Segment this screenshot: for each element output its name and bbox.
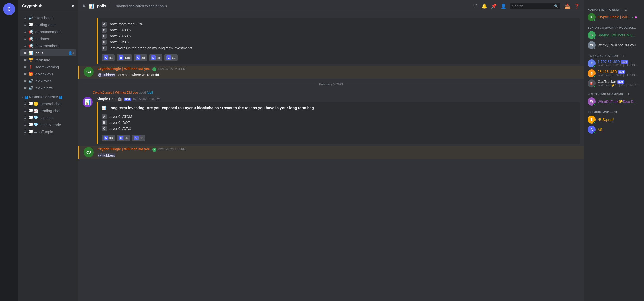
channel-hash-icon: #: [83, 3, 85, 9]
member-eth-price[interactable]: Ξ 1,797.87 USD BOT Watching +0.82 % | ET…: [586, 58, 642, 68]
channel-item-trading-apps[interactable]: # 💬 trading-apps: [20, 21, 76, 28]
divider-line-right: [347, 84, 580, 84]
status-online-as: [593, 131, 596, 134]
poll1-votes-row: A 41 B 135 C 58 D 45: [102, 54, 576, 61]
vote-badge-d[interactable]: D 45: [149, 54, 162, 61]
vote-letter-a: A: [104, 55, 108, 60]
channel-item-updates[interactable]: # 📢 updates: [20, 35, 76, 42]
poll2-title: 📊 Long term investing: Are you exposed t…: [102, 105, 576, 111]
channel-name: off-topic: [39, 130, 74, 134]
channel-item-strictly-trade[interactable]: # 💬💎 strictly-trade: [20, 121, 76, 128]
channel-icon: 💬💎: [28, 115, 38, 120]
command-used-text: used: [139, 91, 147, 94]
avatar-crypticjungle: CJ: [588, 13, 596, 21]
channel-item-general-chat[interactable]: # 💬🟡 general-chat: [20, 100, 76, 107]
server-icon[interactable]: C: [3, 3, 15, 15]
poll2-votes-row: A 33 B 26 C 33: [102, 135, 576, 141]
member-gastracker[interactable]: ⛽ GasTracker BOT Watching ⚡16 | ↑14 | ↓1…: [586, 78, 642, 88]
message-timestamp-1: 06/18/2022 7:31 PM: [158, 67, 186, 71]
channel-item-new-members[interactable]: # 📢 new-members: [20, 42, 76, 49]
search-bar[interactable]: 🔍: [510, 3, 560, 9]
vote-badge-e[interactable]: E 60: [164, 54, 177, 61]
channel-item-scam-warning[interactable]: # ❗ scam-warning: [20, 64, 76, 70]
status-online-sparky: [593, 37, 596, 39]
poll-letter-b: B: [102, 28, 107, 33]
bot-badge-gas: BOT: [617, 80, 624, 84]
member-info-gas: GasTracker BOT Watching ⚡16 | ↑14 | ↓14 …: [598, 80, 640, 87]
vote2-badge-b[interactable]: B 26: [117, 135, 130, 141]
channel-item-giveaways[interactable]: # 🎁 giveaways: [20, 71, 76, 77]
channel-name: updates: [35, 37, 74, 41]
vote-count-c: 58: [141, 56, 145, 60]
help-icon[interactable]: ❓: [574, 3, 580, 9]
vote2-badge-a[interactable]: A 33: [102, 135, 115, 141]
vote-count-d: 45: [157, 56, 160, 60]
add-member-icon[interactable]: 👤+: [68, 51, 74, 55]
messages-area: A Down more than 90% B Down 50-90% C Dow…: [78, 12, 584, 301]
avatar-simplepoll: 📊: [83, 97, 93, 107]
bell-icon[interactable]: 🔔: [481, 3, 487, 9]
channel-name: giveaways: [35, 72, 74, 76]
channel-item-trading-chat[interactable]: # 💬📈 trading-chat: [20, 107, 76, 114]
chevron-down-icon: ∨: [71, 4, 74, 8]
channel-name: announcements: [35, 30, 74, 34]
channel-item-start-here[interactable]: # 🔊 start-here ‼: [20, 14, 76, 21]
mention-hubbers: @Hubbers: [98, 73, 115, 77]
member-crypticjungle[interactable]: CJ CrypticJungle | Will... ✓: [586, 12, 642, 22]
channel-icon: 💬🟡: [28, 101, 38, 106]
channel-item-pick-roles[interactable]: # 🔊 pick-roles: [20, 78, 76, 84]
avatar-btc: ₿: [588, 69, 596, 77]
member-name-bsquad: *B Squad*: [598, 118, 640, 122]
inbox-icon[interactable]: 📥: [565, 3, 570, 9]
channel-item-announcements[interactable]: # 📢 announcements: [20, 28, 76, 35]
poll2-header: Simple Poll 🤖 BOT 02/05/2023 1:46 PM: [97, 97, 580, 101]
channel-name: pick-alerts: [35, 86, 74, 90]
command-link[interactable]: /poll: [147, 91, 153, 94]
divider-line-left: [83, 84, 315, 84]
members-corner-category[interactable]: ▾ 👥 MEMBERS CORNER 👥: [18, 92, 78, 100]
poll2-message-group: 📊 Simple Poll 🤖 BOT 02/05/2023 1:46 PM 📊…: [78, 96, 584, 146]
member-whatdafook[interactable]: W WhatDaFook🌮Taco D...: [586, 96, 642, 107]
poll-option-text: Down 0-20%: [109, 40, 129, 44]
channel-item-pick-alerts[interactable]: # 🔊 pick-alerts: [20, 85, 76, 91]
member-wecky[interactable]: W Wecky | Will not DM you: [586, 40, 642, 50]
member-sparky[interactable]: S Sparky | Will not DM y...: [586, 30, 642, 40]
channel-icon: 🎁: [28, 72, 33, 76]
vote2-badge-c[interactable]: C 33: [132, 135, 145, 141]
poll-option-text: Down 50-90%: [109, 28, 131, 32]
poll-letter-d: D: [102, 40, 107, 45]
verified-small: ✓: [631, 16, 634, 19]
channel-name: vip-chat: [41, 116, 74, 120]
server-icon-text: C: [8, 7, 11, 12]
pin-icon[interactable]: 📌: [491, 3, 497, 9]
poll1-option-a: A Down more than 90%: [102, 21, 576, 27]
vote-badge-a[interactable]: A 41: [102, 54, 115, 61]
collapse-icon: ▾: [22, 96, 24, 99]
channel-item-vip-chat[interactable]: # 💬💎 vip-chat: [20, 114, 76, 121]
channel-item-off-topic[interactable]: # 💬☁ off-topic: [20, 128, 76, 135]
hash-icon: #: [24, 65, 26, 69]
channel-header-name: polls: [97, 4, 106, 8]
channel-item-polls[interactable]: # 📊 polls 👤+: [20, 49, 76, 56]
search-input[interactable]: [512, 4, 552, 8]
hash-threads-icon[interactable]: #⃣: [473, 3, 477, 9]
member-name-as: AS: [598, 128, 640, 132]
vote-count-b: 135: [124, 56, 130, 60]
server-header[interactable]: Cryptohub ∨: [18, 0, 78, 12]
member-as[interactable]: A AS: [586, 125, 642, 135]
avatar-as: A: [588, 126, 596, 134]
hash-icon: #: [24, 72, 26, 76]
members-icon[interactable]: 👤: [501, 3, 506, 9]
member-btc-price[interactable]: ₿ 28,413 USD BOT Watching +4.79 % | BTCU…: [586, 68, 642, 78]
member-info-whatdafook: WhatDaFook🌮Taco D...: [598, 99, 640, 104]
channel-icon: 💬☁: [28, 129, 37, 134]
channel-icon: 📢: [28, 36, 33, 41]
vote-badge-b[interactable]: B 135: [117, 54, 132, 61]
message-text-1: @Hubbers Let's see where we're at 👀: [98, 72, 580, 78]
channel-item-rank-info[interactable]: # 🏆 rank-info: [20, 57, 76, 63]
poll-letter-a: A: [102, 22, 107, 27]
poll-letter-c: C: [102, 126, 107, 131]
vote-badge-c[interactable]: C 58: [134, 54, 147, 61]
member-bsquad[interactable]: B *B Squad*: [586, 115, 642, 125]
poll2-option-b-text: Layer 0: DOT: [109, 121, 130, 125]
